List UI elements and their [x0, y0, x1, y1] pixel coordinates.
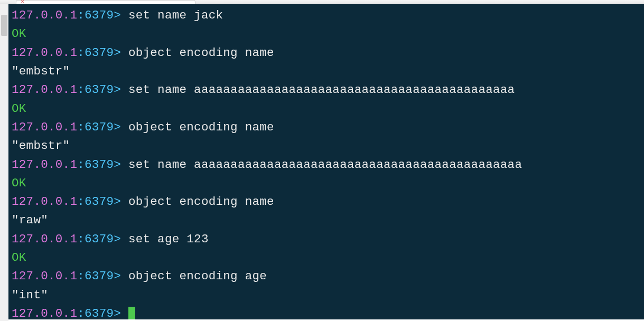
cursor — [128, 307, 135, 319]
command-text: object encoding age — [128, 269, 267, 283]
terminal-line: "int" — [12, 286, 641, 305]
prompt-ip: 127.0.0.1 — [12, 269, 77, 283]
result-text: "embstr" — [12, 64, 70, 78]
terminal-line: "embstr" — [12, 137, 641, 155]
result-text: "embstr" — [12, 139, 70, 153]
scrollbar-thumb[interactable] — [1, 15, 7, 36]
terminal-line: OK — [12, 100, 641, 118]
ok-response: OK — [12, 176, 26, 190]
terminal-line: "raw" — [12, 211, 641, 230]
terminal-line: 127.0.0.1:6379> object encoding name — [12, 193, 641, 211]
command-text: object encoding name — [128, 46, 274, 60]
terminal-line: 127.0.0.1:6379> object encoding age — [12, 267, 641, 286]
terminal-line: 127.0.0.1:6379> set age 123 — [12, 230, 641, 249]
result-text: "int" — [12, 288, 48, 302]
prompt-ip: 127.0.0.1 — [12, 83, 77, 97]
command-text: set name aaaaaaaaaaaaaaaaaaaaaaaaaaaaaaa… — [128, 158, 522, 172]
terminal-line: 127.0.0.1:6379> object encoding name — [12, 118, 641, 137]
prompt-port: 6379> — [85, 232, 128, 246]
close-icon[interactable]: × — [21, 0, 28, 6]
prompt-ip: 127.0.0.1 — [12, 307, 77, 319]
terminal-line: 127.0.0.1:6379> object encoding name — [12, 44, 641, 62]
prompt-separator: : — [77, 46, 85, 60]
prompt-port: 6379> — [85, 195, 128, 209]
terminal-tab[interactable]: × — [16, 0, 195, 4]
ok-response: OK — [12, 251, 26, 265]
command-text: set name jack — [128, 8, 223, 22]
terminal-line: OK — [12, 25, 641, 43]
scrollbar-track[interactable] — [0, 4, 8, 321]
ok-response: OK — [12, 102, 26, 116]
prompt-separator: : — [77, 158, 85, 172]
terminal-line: OK — [12, 249, 641, 267]
prompt-separator: : — [77, 83, 85, 97]
command-text: object encoding name — [128, 120, 274, 134]
prompt-separator: : — [77, 232, 85, 246]
prompt-port: 6379> — [85, 158, 128, 172]
prompt-separator: : — [77, 307, 85, 319]
tab-bar: × — [0, 0, 644, 4]
command-text: object encoding name — [128, 195, 274, 209]
prompt-port: 6379> — [85, 269, 128, 283]
prompt-ip: 127.0.0.1 — [12, 232, 77, 246]
prompt-port: 6379> — [85, 46, 128, 60]
prompt-ip: 127.0.0.1 — [12, 8, 77, 22]
terminal-line: OK — [12, 174, 641, 193]
prompt-ip: 127.0.0.1 — [12, 158, 77, 172]
prompt-port: 6379> — [85, 8, 128, 22]
terminal-line: 127.0.0.1:6379> — [12, 305, 641, 319]
prompt-separator: : — [77, 8, 85, 22]
prompt-port: 6379> — [85, 307, 128, 319]
prompt-separator: : — [77, 120, 85, 134]
prompt-separator: : — [77, 195, 85, 209]
terminal-line: 127.0.0.1:6379> set name aaaaaaaaaaaaaaa… — [12, 81, 641, 99]
prompt-port: 6379> — [85, 83, 128, 97]
prompt-port: 6379> — [85, 120, 128, 134]
terminal-line: 127.0.0.1:6379> set name jack — [12, 6, 641, 25]
result-text: "raw" — [12, 213, 48, 227]
command-text: set name aaaaaaaaaaaaaaaaaaaaaaaaaaaaaaa… — [128, 83, 515, 97]
prompt-separator: : — [77, 269, 85, 283]
terminal-line: "embstr" — [12, 62, 641, 81]
prompt-ip: 127.0.0.1 — [12, 195, 77, 209]
terminal-output[interactable]: 127.0.0.1:6379> set name jackOK127.0.0.1… — [8, 4, 644, 319]
command-text: set age 123 — [128, 232, 209, 246]
terminal-line: 127.0.0.1:6379> set name aaaaaaaaaaaaaaa… — [12, 156, 641, 174]
ok-response: OK — [12, 27, 26, 41]
prompt-ip: 127.0.0.1 — [12, 46, 77, 60]
prompt-ip: 127.0.0.1 — [12, 120, 77, 134]
